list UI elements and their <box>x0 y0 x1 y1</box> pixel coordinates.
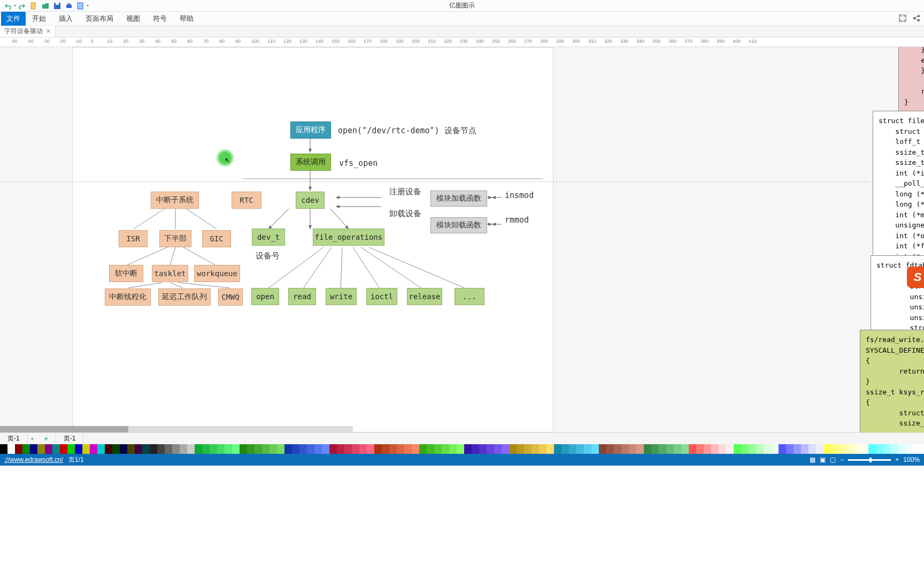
color-swatch[interactable] <box>270 444 277 454</box>
color-swatch[interactable] <box>225 444 232 454</box>
menu-file[interactable]: 文件 <box>1 12 26 26</box>
color-swatch[interactable] <box>891 444 898 454</box>
color-swatch[interactable] <box>442 444 449 454</box>
color-swatch[interactable] <box>307 444 314 454</box>
color-swatch[interactable] <box>7 444 15 454</box>
canvas[interactable]: 应用程序 系统调用 中断子系统 RTC cdev ISR 下半部 GIC dev… <box>0 47 924 432</box>
color-swatch[interactable] <box>876 444 883 454</box>
color-swatch[interactable] <box>479 444 487 454</box>
color-swatch[interactable] <box>112 444 120 454</box>
color-swatch[interactable] <box>704 444 711 454</box>
color-swatch[interactable] <box>666 444 674 454</box>
new-icon[interactable] <box>29 2 38 10</box>
shape-ioctl[interactable]: ioctl <box>366 288 397 305</box>
color-swatch[interactable] <box>82 444 90 454</box>
color-swatch[interactable] <box>868 444 876 454</box>
color-swatch[interactable] <box>629 444 636 454</box>
color-swatch[interactable] <box>284 444 292 454</box>
color-picker-bar[interactable] <box>0 444 924 454</box>
color-swatch[interactable] <box>314 444 322 454</box>
color-swatch[interactable] <box>344 444 352 454</box>
color-swatch[interactable] <box>509 444 517 454</box>
color-swatch[interactable] <box>711 444 719 454</box>
color-swatch[interactable] <box>794 444 801 454</box>
color-swatch[interactable] <box>367 444 374 454</box>
color-swatch[interactable] <box>210 444 217 454</box>
shape-tasklet[interactable]: tasklet <box>152 265 188 282</box>
color-swatch[interactable] <box>487 444 494 454</box>
shape-file-ops[interactable]: file_operations <box>313 229 384 246</box>
color-swatch[interactable] <box>786 444 794 454</box>
shape-bottom-half[interactable]: 下半部 <box>159 230 191 247</box>
color-swatch[interactable] <box>898 444 906 454</box>
doc-tab[interactable]: 字符设备驱动 ✕ <box>0 26 56 37</box>
color-swatch[interactable] <box>60 444 67 454</box>
color-swatch[interactable] <box>322 444 329 454</box>
color-swatch[interactable] <box>749 444 756 454</box>
color-swatch[interactable] <box>449 444 457 454</box>
color-swatch[interactable] <box>906 444 913 454</box>
color-swatch[interactable] <box>576 444 584 454</box>
color-swatch[interactable] <box>756 444 764 454</box>
color-swatch[interactable] <box>97 444 105 454</box>
scrollbar-horizontal[interactable] <box>0 426 353 432</box>
guide-line[interactable] <box>0 181 924 182</box>
color-swatch[interactable] <box>539 444 546 454</box>
color-swatch[interactable] <box>771 444 779 454</box>
color-swatch[interactable] <box>412 444 419 454</box>
color-swatch[interactable] <box>472 444 479 454</box>
color-swatch[interactable] <box>292 444 299 454</box>
shape-open[interactable]: open <box>251 288 279 305</box>
shape-dev-t[interactable]: dev_t <box>252 229 285 246</box>
open-icon[interactable] <box>41 2 50 10</box>
color-swatch[interactable] <box>606 444 614 454</box>
color-swatch[interactable] <box>52 444 60 454</box>
color-swatch[interactable] <box>142 444 150 454</box>
color-swatch[interactable] <box>427 444 434 454</box>
color-swatch[interactable] <box>157 444 165 454</box>
shape-isr[interactable]: ISR <box>119 230 148 247</box>
color-swatch[interactable] <box>621 444 629 454</box>
view-mode-icon[interactable]: ▣ <box>820 456 826 463</box>
color-swatch[interactable] <box>232 444 240 454</box>
color-swatch[interactable] <box>374 444 382 454</box>
color-swatch[interactable] <box>22 444 30 454</box>
color-swatch[interactable] <box>561 444 569 454</box>
color-swatch[interactable] <box>569 444 576 454</box>
menu-layout[interactable]: 页面布局 <box>79 12 120 26</box>
color-swatch[interactable] <box>883 444 891 454</box>
shape-gic[interactable]: GIC <box>202 230 231 247</box>
color-swatch[interactable] <box>734 444 741 454</box>
color-swatch[interactable] <box>30 444 37 454</box>
color-swatch[interactable] <box>255 444 262 454</box>
preview-icon[interactable] <box>76 2 85 10</box>
color-swatch[interactable] <box>861 444 868 454</box>
color-swatch[interactable] <box>644 444 651 454</box>
shape-syscall[interactable]: 系统调用 <box>290 154 331 171</box>
color-swatch[interactable] <box>382 444 389 454</box>
color-swatch[interactable] <box>352 444 359 454</box>
color-swatch[interactable] <box>262 444 270 454</box>
share-icon[interactable] <box>912 14 921 24</box>
color-swatch[interactable] <box>831 444 838 454</box>
shape-more[interactable]: ... <box>455 288 484 305</box>
shape-softirq[interactable]: 软中断 <box>109 265 143 282</box>
code-top[interactable]: } els } ret } <box>898 47 924 112</box>
shape-mod-unload[interactable]: 模块卸载函数 <box>430 217 487 233</box>
shape-cmwq[interactable]: CMWQ <box>218 288 243 306</box>
color-swatch[interactable] <box>674 444 681 454</box>
menu-start[interactable]: 开始 <box>26 12 52 26</box>
color-swatch[interactable] <box>853 444 861 454</box>
dropdown-icon[interactable]: ▾ <box>87 3 89 8</box>
shape-read[interactable]: read <box>288 288 316 305</box>
color-swatch[interactable] <box>397 444 404 454</box>
zoom-slider[interactable] <box>848 459 891 461</box>
color-swatch[interactable] <box>127 444 135 454</box>
color-swatch[interactable] <box>404 444 412 454</box>
color-swatch[interactable] <box>150 444 157 454</box>
color-swatch[interactable] <box>494 444 502 454</box>
menu-symbol[interactable]: 符号 <box>147 12 173 26</box>
color-swatch[interactable] <box>15 444 22 454</box>
undo-icon[interactable] <box>4 2 12 10</box>
color-swatch[interactable] <box>741 444 749 454</box>
